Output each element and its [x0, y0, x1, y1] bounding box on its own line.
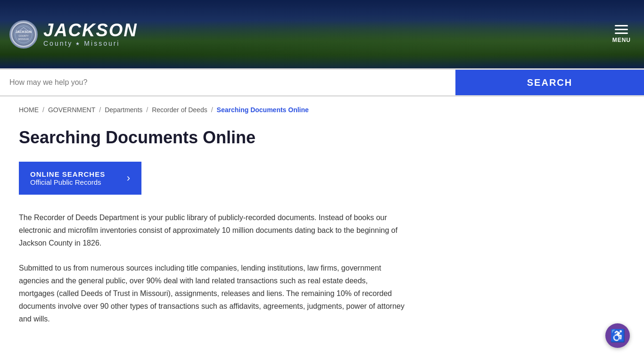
logo-state: Missouri [84, 40, 120, 47]
hamburger-icon [615, 25, 628, 34]
logo-county-missouri: County ★ Missouri [43, 40, 138, 47]
breadcrumb: HOME / GOVERNMENT / Departments / Record… [0, 97, 644, 123]
breadcrumb-recorder[interactable]: Recorder of Deeds [152, 106, 207, 114]
logo-star-icon: ★ [75, 41, 81, 46]
search-input[interactable] [0, 70, 455, 95]
cta-line1: ONLINE SEARCHES [30, 170, 105, 178]
county-seal: JACKSON COUNTY MISSOURI [9, 20, 38, 49]
breadcrumb-departments[interactable]: Departments [105, 106, 142, 114]
svg-text:MISSOURI: MISSOURI [18, 38, 29, 41]
logo-text: JACKSON County ★ Missouri [43, 21, 138, 47]
chevron-right-icon: › [127, 172, 130, 184]
paragraph-2: Submitted to us from numerous sources in… [19, 262, 405, 326]
site-header: JACKSON COUNTY MISSOURI JACKSON County ★… [0, 0, 644, 68]
accessibility-button[interactable]: ♿ [605, 323, 630, 348]
breadcrumb-government[interactable]: GOVERNMENT [48, 106, 95, 114]
logo-county: County [43, 40, 73, 47]
svg-text:JACKSON: JACKSON [16, 30, 32, 33]
search-bar: SEARCH [0, 68, 644, 97]
breadcrumb-sep-1: / [42, 106, 44, 114]
cta-line2: Official Public Records [30, 178, 105, 186]
breadcrumb-sep-3: / [146, 106, 148, 114]
accessibility-icon: ♿ [610, 329, 625, 343]
online-searches-button[interactable]: ONLINE SEARCHES Official Public Records … [19, 162, 141, 195]
search-button[interactable]: SEARCH [455, 70, 644, 95]
page-title: Searching Documents Online [19, 128, 405, 148]
logo-area: JACKSON COUNTY MISSOURI JACKSON County ★… [9, 20, 138, 49]
paragraph-1: The Recorder of Deeds Department is your… [19, 211, 405, 250]
breadcrumb-home[interactable]: HOME [19, 106, 39, 114]
main-content: Searching Documents Online ONLINE SEARCH… [0, 123, 424, 356]
cta-button-text: ONLINE SEARCHES Official Public Records [30, 170, 105, 186]
logo-jackson: JACKSON [43, 21, 138, 39]
menu-label: MENU [612, 37, 631, 43]
svg-text:COUNTY: COUNTY [18, 34, 29, 37]
breadcrumb-sep-4: / [211, 106, 213, 114]
breadcrumb-sep-2: / [99, 106, 101, 114]
breadcrumb-current: Searching Documents Online [217, 106, 309, 114]
menu-button[interactable]: MENU [609, 21, 635, 47]
